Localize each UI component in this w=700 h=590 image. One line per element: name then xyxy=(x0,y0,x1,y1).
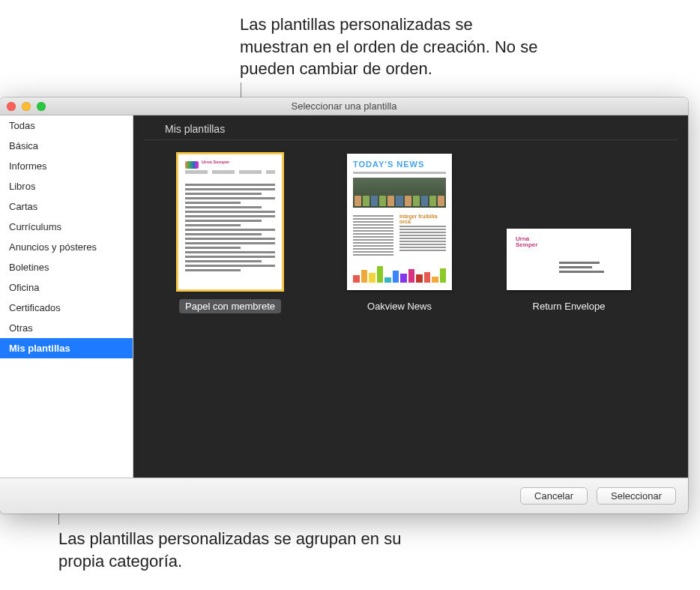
template-thumbnail: UrnaSemper xyxy=(507,229,631,290)
address-placeholder xyxy=(559,262,604,275)
column-text xyxy=(353,215,393,257)
people-row xyxy=(354,196,444,206)
return-name: UrnaSemper xyxy=(516,236,537,248)
template-thumbnail: Urna Semper xyxy=(178,154,283,290)
template-label: Return Envelope xyxy=(527,299,612,313)
section-header: Mis plantillas xyxy=(144,115,678,140)
template-grid: Urna Semper Papel con membrete TODAY'S N… xyxy=(133,154,688,313)
sender-name: Urna Semper xyxy=(202,160,229,164)
sidebar-item-label: Currículums xyxy=(9,221,61,232)
window-body: Todas Básica Informes Libros Cartas Curr… xyxy=(0,115,688,478)
sidebar-item-label: Certificados xyxy=(9,302,61,313)
newsletter-masthead: TODAY'S NEWS xyxy=(353,160,424,169)
sidebar-item-boletines[interactable]: Boletines xyxy=(0,257,133,277)
template-papel-con-membrete[interactable]: Urna Semper Papel con membrete xyxy=(168,154,292,313)
dialog-footer: Cancelar Seleccionar xyxy=(0,478,688,514)
template-chooser-window: Seleccionar una plantilla Todas Básica I… xyxy=(0,97,688,514)
sidebar-item-curriculums[interactable]: Currículums xyxy=(0,217,133,237)
template-thumbnail: TODAY'S NEWS Integer fruibilla orca xyxy=(347,154,452,290)
window-title: Seleccionar una plantilla xyxy=(0,100,688,112)
sidebar-item-label: Mis plantillas xyxy=(9,343,70,354)
sidebar-item-label: Todas xyxy=(9,120,35,131)
annotation-bottom: Las plantillas personalizadas se agrupan… xyxy=(58,528,403,572)
sidebar-item-label: Otras xyxy=(9,322,33,334)
cancel-button[interactable]: Cancelar xyxy=(520,487,588,505)
category-sidebar: Todas Básica Informes Libros Cartas Curr… xyxy=(0,115,133,478)
bar-chart-icon xyxy=(353,265,446,283)
sidebar-item-oficina[interactable]: Oficina xyxy=(0,277,133,298)
divider xyxy=(353,172,446,174)
column-text xyxy=(399,226,446,253)
sidebar-item-label: Básica xyxy=(9,140,38,151)
template-oakview-news[interactable]: TODAY'S NEWS Integer fruibilla orca xyxy=(337,154,462,313)
sidebar-item-certificados[interactable]: Certificados xyxy=(0,298,133,318)
sidebar-item-label: Boletines xyxy=(9,262,49,273)
sidebar-item-cartas[interactable]: Cartas xyxy=(0,196,133,217)
sidebar-item-label: Informes xyxy=(9,160,47,172)
sidebar-item-otras[interactable]: Otras xyxy=(0,318,133,338)
sidebar-item-todas[interactable]: Todas xyxy=(0,115,133,136)
template-label: Oakview News xyxy=(361,299,438,313)
window-titlebar: Seleccionar una plantilla xyxy=(0,97,688,115)
template-grid-area: Mis plantillas Urna Semper Papel con mem… xyxy=(133,115,688,478)
sidebar-item-label: Anuncios y pósteres xyxy=(9,241,97,253)
contact-line xyxy=(185,170,275,174)
annotation-top: Las plantillas personalizadas se muestra… xyxy=(240,13,540,80)
sidebar-item-label: Libros xyxy=(9,181,35,192)
template-label: Papel con membrete xyxy=(179,299,281,313)
sidebar-item-libros[interactable]: Libros xyxy=(0,176,133,196)
sidebar-item-informes[interactable]: Informes xyxy=(0,156,133,176)
article-headline: Integer fruibilla orca xyxy=(399,214,446,224)
select-button[interactable]: Seleccionar xyxy=(597,487,676,505)
sidebar-item-label: Oficina xyxy=(9,282,39,293)
sidebar-item-basica[interactable]: Básica xyxy=(0,136,133,156)
logo-icon xyxy=(185,161,199,169)
sidebar-item-mis-plantillas[interactable]: Mis plantillas xyxy=(0,338,133,358)
sidebar-item-label: Cartas xyxy=(9,201,37,212)
sidebar-item-anuncios[interactable]: Anuncios y pósteres xyxy=(0,237,133,257)
template-return-envelope[interactable]: UrnaSemper Return Envelope xyxy=(507,229,631,313)
body-text-placeholder xyxy=(185,184,275,277)
